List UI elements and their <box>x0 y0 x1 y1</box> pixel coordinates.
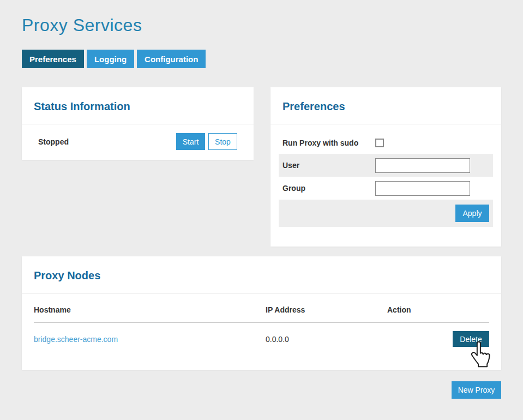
preferences-card-header: Preferences <box>270 87 501 124</box>
proxy-nodes-card-header: Proxy Nodes <box>22 256 501 293</box>
status-card-header: Status Information <box>22 87 254 124</box>
table-row: bridge.scheer-acme.com 0.0.0.0 Delete <box>34 323 489 355</box>
page-title: Proxy Services <box>22 15 142 35</box>
status-row: Stopped Start Stop <box>22 124 254 150</box>
tab-logging[interactable]: Logging <box>87 50 134 68</box>
column-header-ip-address: IP Address <box>266 305 387 314</box>
sudo-row: Run Proxy with sudo <box>279 132 493 154</box>
apply-row: Apply <box>279 200 493 227</box>
stop-button[interactable]: Stop <box>208 133 237 150</box>
start-button[interactable]: Start <box>176 133 205 150</box>
hostname-link[interactable]: bridge.scheer-acme.com <box>34 335 118 344</box>
user-label: User <box>282 161 375 170</box>
user-input[interactable] <box>375 158 470 173</box>
proxy-nodes-table-header: Hostname IP Address Action <box>34 293 489 323</box>
ip-address-value: 0.0.0.0 <box>266 335 387 344</box>
status-value: Stopped <box>38 137 69 146</box>
sudo-checkbox[interactable] <box>375 139 384 147</box>
tab-configuration[interactable]: Configuration <box>137 50 206 68</box>
proxy-nodes-card-title: Proxy Nodes <box>34 269 489 282</box>
sudo-label: Run Proxy with sudo <box>282 139 375 147</box>
delete-button[interactable]: Delete <box>453 331 489 347</box>
apply-button[interactable]: Apply <box>455 205 489 222</box>
group-input[interactable] <box>375 181 470 196</box>
status-buttons: Start Stop <box>176 133 237 150</box>
tab-preferences[interactable]: Preferences <box>22 50 84 68</box>
status-information-card: Status Information Stopped Start Stop <box>22 87 254 160</box>
preferences-card-title: Preferences <box>282 100 489 113</box>
column-header-hostname: Hostname <box>34 305 266 314</box>
user-row: User <box>279 154 493 177</box>
status-card-title: Status Information <box>34 100 242 113</box>
tab-bar: Preferences Logging Configuration <box>22 50 206 68</box>
preferences-card: Preferences Run Proxy with sudo User Gro… <box>270 87 501 247</box>
new-proxy-button[interactable]: New Proxy <box>452 381 501 399</box>
group-label: Group <box>282 184 375 193</box>
proxy-nodes-card: Proxy Nodes Hostname IP Address Action b… <box>22 256 501 370</box>
group-row: Group <box>279 177 493 200</box>
column-header-action: Action <box>387 305 489 314</box>
preferences-form: Run Proxy with sudo User Group Apply <box>279 132 493 227</box>
